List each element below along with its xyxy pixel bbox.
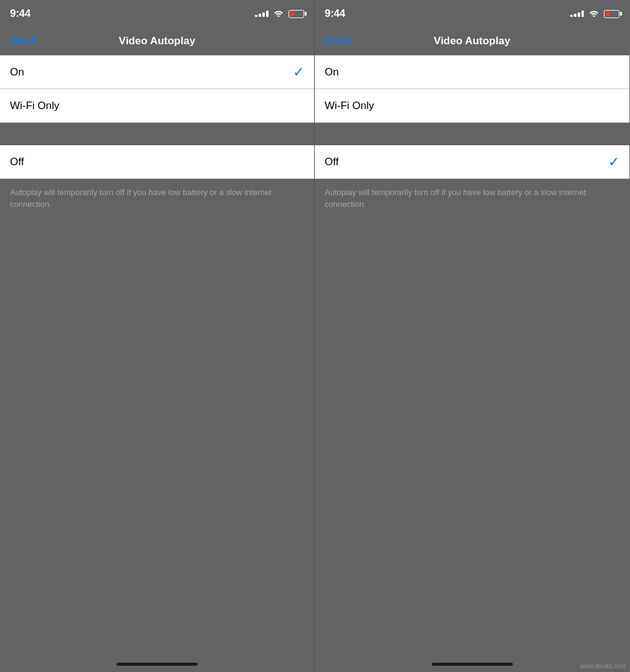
left-gray-gap bbox=[0, 123, 314, 145]
right-nav-bar: ‹ Back Video Autoplay bbox=[315, 27, 629, 55]
left-battery-icon bbox=[289, 10, 304, 18]
left-home-indicator bbox=[117, 663, 198, 666]
right-option-off-label: Off bbox=[325, 156, 338, 168]
right-footer-text: Autoplay will temporarily turn off if yo… bbox=[325, 188, 586, 209]
left-option-wifi[interactable]: Wi-Fi Only bbox=[0, 89, 314, 123]
left-signal-icon bbox=[255, 11, 269, 17]
right-back-chevron: ‹ bbox=[321, 35, 325, 47]
left-content: On ✓ Wi-Fi Only Off Autoplay will tempor… bbox=[0, 55, 314, 672]
watermark: www.deuaq.com bbox=[580, 663, 626, 670]
left-time: 9:44 bbox=[10, 7, 31, 20]
left-option-on-label: On bbox=[10, 66, 24, 79]
left-option-on[interactable]: On ✓ bbox=[0, 55, 314, 89]
left-nav-bar: ‹ Back Video Autoplay bbox=[0, 27, 314, 55]
right-footer: Autoplay will temporarily turn off if yo… bbox=[315, 179, 629, 218]
right-option-off[interactable]: Off ✓ bbox=[315, 145, 629, 179]
right-gray-gap bbox=[315, 123, 629, 145]
left-status-icons bbox=[255, 9, 304, 19]
right-option-on[interactable]: On bbox=[315, 55, 629, 89]
right-status-icons bbox=[570, 9, 619, 19]
left-back-button[interactable]: ‹ Back bbox=[6, 35, 36, 47]
left-status-bar: 9:44 bbox=[0, 0, 314, 27]
right-wifi-icon bbox=[589, 9, 599, 19]
right-phone-screen: 9:44 ‹ Back Video Autoplay bbox=[315, 0, 629, 672]
left-option-on-checkmark: ✓ bbox=[293, 64, 304, 80]
right-home-indicator bbox=[432, 663, 513, 666]
left-option-wifi-label: Wi-Fi Only bbox=[10, 100, 59, 112]
right-status-bar: 9:44 bbox=[315, 0, 629, 27]
left-option-off-label: Off bbox=[10, 156, 24, 168]
left-back-chevron: ‹ bbox=[6, 35, 11, 47]
right-signal-icon bbox=[570, 11, 584, 17]
left-wifi-icon bbox=[274, 9, 284, 19]
right-option-wifi-label: Wi-Fi Only bbox=[325, 100, 374, 112]
right-option-off-checkmark: ✓ bbox=[608, 154, 619, 170]
right-option-on-label: On bbox=[325, 66, 339, 79]
right-option-wifi[interactable]: Wi-Fi Only bbox=[315, 89, 629, 123]
left-footer: Autoplay will temporarily turn off if yo… bbox=[0, 179, 314, 218]
right-content: On Wi-Fi Only Off ✓ Autoplay will tempor… bbox=[315, 55, 629, 672]
right-back-button[interactable]: ‹ Back bbox=[321, 35, 351, 47]
left-option-off[interactable]: Off bbox=[0, 145, 314, 179]
right-battery-icon bbox=[604, 10, 619, 18]
right-time: 9:44 bbox=[325, 7, 345, 20]
right-back-label: Back bbox=[328, 35, 351, 47]
right-nav-title: Video Autoplay bbox=[434, 35, 510, 47]
left-nav-title: Video Autoplay bbox=[119, 35, 196, 47]
left-footer-text: Autoplay will temporarily turn off if yo… bbox=[10, 188, 272, 209]
left-phone-screen: 9:44 ‹ Back Video Autoplay bbox=[0, 0, 315, 672]
left-back-label: Back bbox=[13, 35, 37, 47]
